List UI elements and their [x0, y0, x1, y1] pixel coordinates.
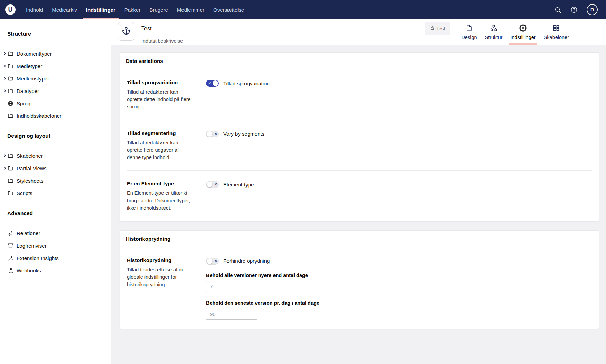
document-icon — [465, 24, 473, 33]
sidebar-item-sprog[interactable]: Sprog — [0, 97, 111, 109]
lock-icon — [430, 26, 435, 31]
sidebar-item-label: Relationer — [17, 230, 40, 236]
chevron-right-icon[interactable] — [3, 166, 8, 170]
toggle-forhindre-oprydning[interactable]: × — [206, 258, 219, 265]
toggle-label: Tillad sprogvariation — [223, 80, 270, 86]
history-cleanup-card: Historikoprydning Historikoprydning Till… — [120, 230, 599, 329]
tab-skabeloner[interactable]: Skabeloner — [540, 19, 573, 45]
setting-description: En Element-type er tiltænkt brug i andre… — [127, 190, 191, 212]
wand-icon — [8, 255, 13, 261]
sidebar-item-indholdsskabeloner[interactable]: Indholdsskabeloner — [0, 109, 111, 122]
sidebar-heading-advanced: Advanced — [7, 210, 111, 217]
sidebar-item-label: Skabeloner — [17, 153, 43, 159]
umbraco-logo[interactable]: U — [5, 4, 16, 15]
folder-icon — [8, 63, 13, 69]
card-title: Data variations — [120, 53, 599, 69]
toggle-tillad-sprogvariation[interactable]: ✓ — [206, 80, 219, 87]
sidebar-item-label: Sprog — [17, 100, 30, 106]
keep-latest-version-label: Behold den seneste version pr. dag i ant… — [206, 300, 592, 306]
folder-icon — [8, 153, 13, 159]
folder-icon — [8, 190, 13, 196]
folder-icon — [8, 113, 13, 119]
nav-item-pakker[interactable]: Pakker — [120, 0, 145, 19]
nav-item-indstillinger[interactable]: Indstillinger — [82, 0, 120, 19]
keep-latest-version-input[interactable] — [206, 309, 257, 320]
search-icon[interactable] — [554, 6, 561, 13]
setting-label: Tillad sprogvariation — [127, 79, 198, 85]
tab-label: Struktur — [485, 35, 503, 40]
tab-label: Indstillinger — [510, 35, 535, 40]
setting-description: Tillad at redaktører kan oprette dette i… — [127, 88, 191, 111]
content-tabs: Design Struktur Indstillinger Skabeloner — [457, 19, 573, 45]
setting-row-element-type: Er en Element-type En Element-type er ti… — [127, 171, 592, 221]
tab-struktur[interactable]: Struktur — [481, 19, 506, 45]
sidebar-item-label: Webhooks — [17, 268, 41, 274]
sidebar-item-relationer[interactable]: Relationer — [0, 227, 111, 239]
sidebar-item-label: Stylesheets — [17, 178, 44, 184]
chevron-right-icon[interactable] — [3, 89, 8, 93]
chevron-right-icon[interactable] — [3, 51, 8, 56]
sidebar-item-logfremviser[interactable]: Logfremviser — [0, 239, 111, 252]
tab-label: Skabeloner — [544, 35, 569, 40]
sidebar-item-partial-views[interactable]: Partial Views — [0, 162, 111, 174]
tab-indstillinger[interactable]: Indstillinger — [506, 19, 539, 45]
sidebar-item-scripts[interactable]: Scripts — [0, 187, 111, 199]
chevron-right-icon[interactable] — [3, 154, 8, 158]
nav-item-mediearkiv[interactable]: Mediearkiv — [47, 0, 82, 19]
folder-icon — [8, 165, 13, 171]
anchor-icon — [122, 26, 131, 37]
sidebar-heading-design-og-layout: Design og layout — [7, 133, 111, 139]
sidebar-item-skabeloner[interactable]: Skabeloner — [0, 150, 111, 162]
nav-item-indhold[interactable]: Indhold — [21, 0, 47, 19]
setting-label: Er en Element-type — [127, 181, 198, 186]
folder-icon — [8, 88, 13, 94]
settings-content: Data variations Tillad sprogvariation Ti… — [111, 45, 606, 364]
toggle-label: Element-type — [223, 182, 254, 188]
sidebar-item-dokumenttyper[interactable]: Dokumenttyper — [0, 47, 111, 60]
toggle-vary-by-segments[interactable]: × — [206, 131, 219, 137]
toggle-knob — [207, 258, 212, 264]
sidebar-item-stylesheets[interactable]: Stylesheets — [0, 174, 111, 187]
avatar[interactable]: D — [587, 4, 598, 15]
alias-text: test — [437, 26, 445, 31]
setting-row-tillad-segmentering: Tillad segmentering Tillad at redaktører… — [127, 120, 592, 171]
keep-all-versions-input[interactable] — [206, 281, 257, 292]
sidebar-item-medlemstyper[interactable]: Medlemstyper — [0, 72, 111, 85]
nav-item-brugere[interactable]: Brugere — [145, 0, 172, 19]
chevron-right-icon[interactable] — [3, 64, 8, 68]
nav-item-medlemmer[interactable]: Medlemmer — [173, 0, 209, 19]
top-nav-items: Indhold Mediearkiv Indstillinger Pakker … — [21, 0, 249, 19]
help-icon[interactable] — [570, 6, 578, 13]
x-icon: × — [215, 182, 217, 186]
x-icon: × — [215, 259, 217, 263]
data-variations-card: Data variations Tillad sprogvariation Ti… — [120, 52, 599, 221]
setting-row-tillad-sprogvariation: Tillad sprogvariation Tillad at redaktør… — [127, 69, 592, 120]
document-type-icon-picker[interactable] — [118, 22, 134, 41]
setting-description: Tillad at redaktører kan oprette flere u… — [127, 139, 191, 162]
sidebar-item-medietyper[interactable]: Medietyper — [0, 60, 111, 72]
description-input[interactable] — [141, 35, 450, 44]
sidebar-item-label: Datatyper — [17, 88, 39, 94]
chevron-right-icon[interactable] — [3, 76, 8, 80]
tab-label: Design — [461, 35, 477, 40]
sitemap-icon — [490, 24, 497, 33]
card-title: Historikoprydning — [120, 231, 599, 247]
keep-all-versions-label: Behold alle versioner nyere end antal da… — [206, 272, 592, 278]
toggle-element-type[interactable]: × — [206, 181, 219, 188]
sidebar-item-webhooks[interactable]: Webhooks — [0, 264, 111, 277]
x-icon: × — [215, 132, 217, 136]
nav-item-oversaettelse[interactable]: Oversættelse — [209, 0, 249, 19]
setting-description: Tillad tilsidesættelse af de globale ind… — [127, 266, 191, 289]
folder-icon — [8, 51, 13, 57]
sidebar-item-label: Medlemstyper — [17, 76, 49, 82]
tab-design[interactable]: Design — [457, 19, 481, 45]
name-input[interactable] — [141, 22, 425, 35]
sidebar-item-extension-insights[interactable]: Extension Insights — [0, 252, 111, 264]
sidebar-item-label: Scripts — [17, 190, 32, 196]
sidebar-item-datatyper[interactable]: Datatyper — [0, 85, 111, 97]
folder-icon — [8, 178, 13, 184]
sidebar-tree: Structure Dokumenttyper Medietyper Medle… — [0, 19, 111, 364]
document-type-header: test Design Struktur Indstillinger — [111, 19, 606, 45]
alias-chip[interactable]: test — [425, 22, 450, 35]
check-icon: ✓ — [208, 82, 211, 85]
